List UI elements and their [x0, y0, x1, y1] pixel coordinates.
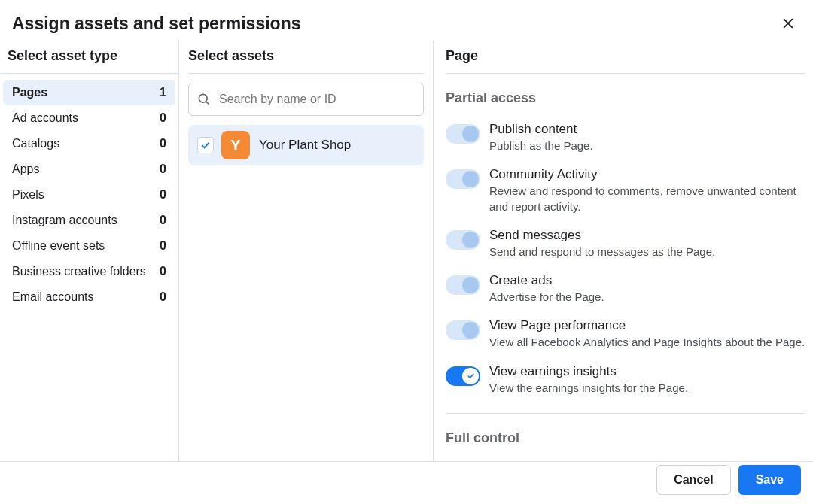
asset-type-header: Select asset type	[0, 41, 178, 74]
asset-type-item[interactable]: Pixels0	[3, 182, 175, 208]
asset-type-item[interactable]: Pages1	[3, 80, 175, 105]
asset-type-count: 0	[160, 265, 166, 278]
permission-title: Community Activity	[489, 167, 805, 182]
permission-row: Community Activity Review and respond to…	[446, 160, 805, 221]
asset-type-label: Pixels	[12, 188, 44, 202]
permission-row: Send messages Send and respond to messag…	[446, 221, 805, 266]
permission-toggle[interactable]	[446, 366, 480, 386]
asset-search[interactable]	[188, 83, 424, 116]
asset-type-count: 1	[160, 86, 166, 99]
permission-row: View Page performance View all Facebook …	[446, 311, 805, 357]
check-icon	[199, 139, 212, 151]
permission-row: View earnings insights View the earnings…	[446, 357, 805, 402]
permission-desc: View the earnings insights for the Page.	[489, 381, 688, 396]
permission-title: View earnings insights	[489, 364, 688, 379]
cancel-button[interactable]: Cancel	[656, 465, 730, 495]
dialog-footer: Cancel Save	[0, 456, 813, 504]
permission-row: Publish content Publish as the Page.	[446, 115, 805, 160]
asset-type-label: Pages	[12, 86, 47, 99]
asset-type-count: 0	[160, 290, 166, 304]
asset-type-count: 0	[160, 111, 166, 125]
asset-type-item[interactable]: Offline event sets0	[3, 233, 175, 259]
permission-title: Create ads	[489, 273, 604, 288]
asset-type-label: Instagram accounts	[12, 214, 117, 227]
permission-toggle[interactable]	[446, 275, 480, 295]
permission-desc: View all Facebook Analytics and Page Ins…	[489, 335, 805, 350]
check-icon	[466, 371, 476, 381]
asset-type-label: Ad accounts	[12, 111, 78, 125]
asset-avatar: Y	[221, 131, 250, 159]
permission-title: View Page performance	[489, 318, 805, 333]
permission-toggle[interactable]	[446, 320, 480, 340]
svg-point-0	[199, 94, 207, 102]
close-button[interactable]	[775, 11, 801, 36]
asset-type-label: Business creative folders	[12, 265, 146, 278]
permission-title: Publish content	[489, 122, 593, 137]
permission-desc: Review and respond to comments, remove u…	[489, 184, 805, 214]
asset-type-item[interactable]: Catalogs0	[3, 131, 175, 156]
asset-type-label: Apps	[12, 162, 39, 176]
permission-toggle[interactable]	[446, 169, 480, 189]
search-input[interactable]	[219, 93, 416, 106]
asset-type-count: 0	[160, 162, 166, 176]
asset-type-item[interactable]: Business creative folders0	[3, 259, 175, 284]
permission-row: Create ads Advertise for the Page.	[446, 266, 805, 311]
asset-type-label: Offline event sets	[12, 239, 105, 253]
asset-checkbox[interactable]	[197, 137, 214, 153]
asset-type-count: 0	[160, 214, 166, 227]
dialog-title: Assign assets and set permissions	[12, 14, 301, 34]
permission-desc: Send and respond to messages as the Page…	[489, 244, 715, 260]
asset-type-count: 0	[160, 239, 166, 253]
divider	[446, 413, 805, 414]
asset-type-count: 0	[160, 137, 166, 150]
permission-desc: Advertise for the Page.	[489, 290, 604, 305]
permission-toggle[interactable]	[446, 124, 480, 144]
partial-access-heading: Partial access	[446, 90, 805, 106]
asset-type-label: Catalogs	[12, 137, 59, 150]
asset-row[interactable]: Y Your Plant Shop	[188, 125, 424, 165]
asset-type-item[interactable]: Apps0	[3, 156, 175, 182]
search-icon	[196, 92, 212, 107]
asset-type-item[interactable]: Instagram accounts0	[3, 208, 175, 233]
asset-type-count: 0	[160, 188, 166, 202]
permission-toggle[interactable]	[446, 230, 480, 250]
asset-type-item[interactable]: Email accounts0	[3, 284, 175, 310]
permission-desc: Publish as the Page.	[489, 138, 593, 153]
page-panel-header: Page	[446, 41, 805, 74]
close-icon	[781, 16, 796, 31]
permission-title: Send messages	[489, 228, 715, 243]
asset-type-label: Email accounts	[12, 290, 94, 304]
asset-type-item[interactable]: Ad accounts0	[3, 105, 175, 131]
assets-header: Select assets	[188, 41, 424, 74]
asset-name: Your Plant Shop	[259, 138, 351, 153]
save-button[interactable]: Save	[738, 465, 801, 495]
full-control-heading: Full control	[446, 430, 805, 446]
